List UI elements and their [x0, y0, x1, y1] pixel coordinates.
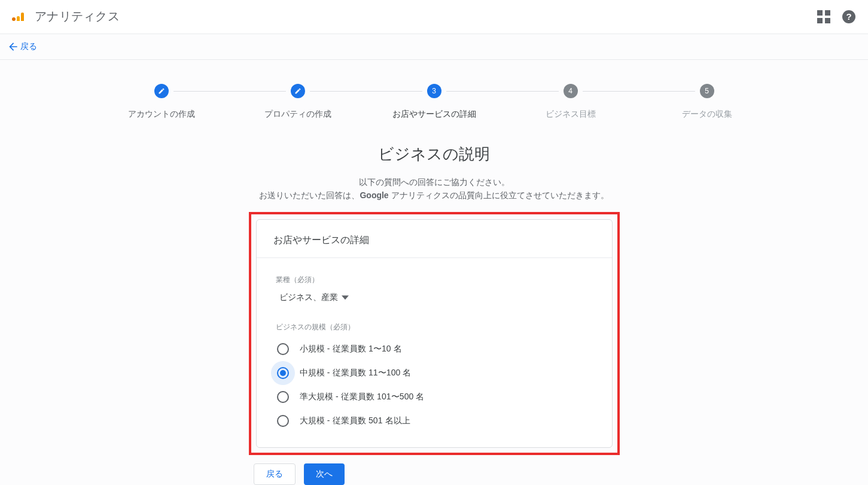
setup-stepper: アカウントの作成プロパティの作成3お店やサービスの詳細4ビジネス目標5データの収…	[75, 60, 793, 132]
stepper-step-1[interactable]: アカウントの作成	[93, 84, 230, 120]
step-label: アカウントの作成	[128, 109, 195, 120]
stepper-step-3: 3お店やサービスの詳細	[366, 84, 502, 120]
app-title: アナリティクス	[35, 8, 120, 25]
arrow-left-icon	[7, 41, 19, 53]
back-strip: 戻る	[0, 34, 868, 60]
radio-icon	[277, 343, 289, 355]
size-radio-option-3[interactable]: 準大規模 - 従業員数 101〜500 名	[277, 385, 595, 409]
analytics-logo-icon	[12, 13, 24, 21]
step-label: お店やサービスの詳細	[392, 109, 476, 120]
step-number: 4	[564, 84, 578, 98]
stepper-step-4: 4ビジネス目標	[502, 84, 639, 120]
stepper-step-5: 5データの収集	[639, 84, 775, 120]
apps-menu-icon[interactable]	[817, 10, 831, 24]
page-heading: ビジネスの説明	[0, 144, 868, 165]
help-icon[interactable]: ?	[842, 10, 856, 24]
radio-label: 準大規模 - 従業員数 101〜500 名	[300, 392, 425, 402]
radio-icon	[277, 415, 289, 427]
radio-label: 小規模 - 従業員数 1〜10 名	[300, 344, 402, 354]
industry-label: 業種（必須）	[276, 275, 595, 285]
radio-label: 大規模 - 従業員数 501 名以上	[300, 416, 410, 426]
step-label: ビジネス目標	[546, 109, 596, 120]
back-button[interactable]: 戻る	[254, 463, 296, 485]
next-button[interactable]: 次へ	[304, 463, 345, 485]
industry-dropdown-value: ビジネス、産業	[279, 292, 338, 303]
top-app-bar: アナリティクス ?	[0, 0, 868, 34]
caret-down-icon	[342, 294, 349, 301]
size-radio-option-1[interactable]: 小規模 - 従業員数 1〜10 名	[277, 337, 595, 361]
industry-dropdown[interactable]: ビジネス、産業	[276, 290, 352, 305]
back-link[interactable]: 戻る	[7, 41, 37, 53]
size-label: ビジネスの規模（必須）	[276, 322, 595, 332]
wizard-footer: 戻る 次へ	[249, 463, 620, 485]
heading-block: ビジネスの説明 以下の質問への回答にご協力ください。 お送りいただいた回答は、G…	[0, 144, 868, 202]
stepper-step-2[interactable]: プロパティの作成	[230, 84, 366, 120]
radio-icon	[277, 391, 289, 403]
size-radio-group: 小規模 - 従業員数 1〜10 名中規模 - 従業員数 11〜100 名準大規模…	[277, 337, 595, 433]
step-number: 5	[700, 84, 714, 98]
size-radio-option-4[interactable]: 大規模 - 従業員数 501 名以上	[277, 409, 595, 433]
card-title: お店やサービスの詳細	[257, 220, 612, 258]
step-label: プロパティの作成	[264, 109, 331, 120]
pencil-icon	[154, 84, 169, 98]
page-subtext: 以下の質問への回答にご協力ください。 お送りいただいた回答は、Google アナ…	[0, 175, 868, 202]
step-number: 3	[427, 84, 441, 98]
business-details-card: お店やサービスの詳細 業種（必須） ビジネス、産業 ビジネスの規模（必須） 小規…	[256, 219, 613, 448]
back-link-label: 戻る	[20, 41, 37, 52]
pencil-icon	[291, 84, 305, 98]
radio-label: 中規模 - 従業員数 11〜100 名	[300, 368, 412, 378]
size-radio-option-2[interactable]: 中規模 - 従業員数 11〜100 名	[277, 361, 595, 385]
highlight-box: お店やサービスの詳細 業種（必須） ビジネス、産業 ビジネスの規模（必須） 小規…	[249, 212, 620, 455]
step-label: データの収集	[682, 109, 732, 120]
